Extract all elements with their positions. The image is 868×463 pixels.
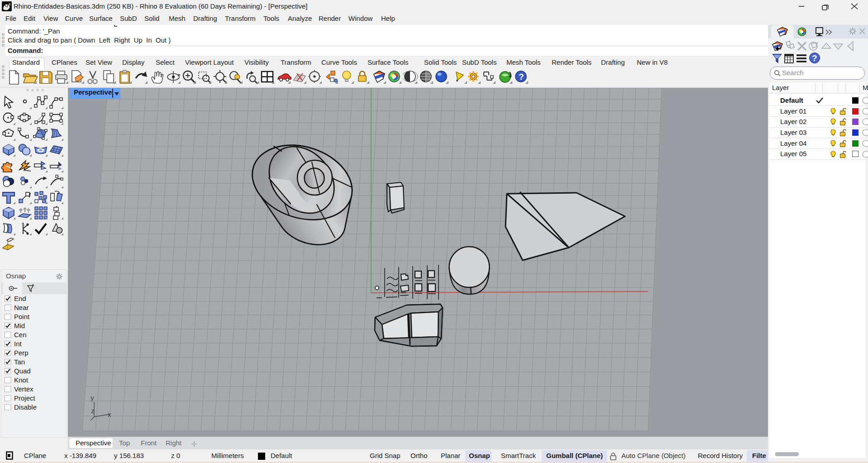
svg-text:z: z [91, 407, 95, 415]
svg-text:?: ? [519, 72, 524, 81]
svg-text:y: y [91, 394, 94, 401]
svg-text:x: x [108, 410, 111, 418]
svg-text:?: ? [812, 53, 817, 63]
svg-text:8: 8 [9, 2, 11, 6]
